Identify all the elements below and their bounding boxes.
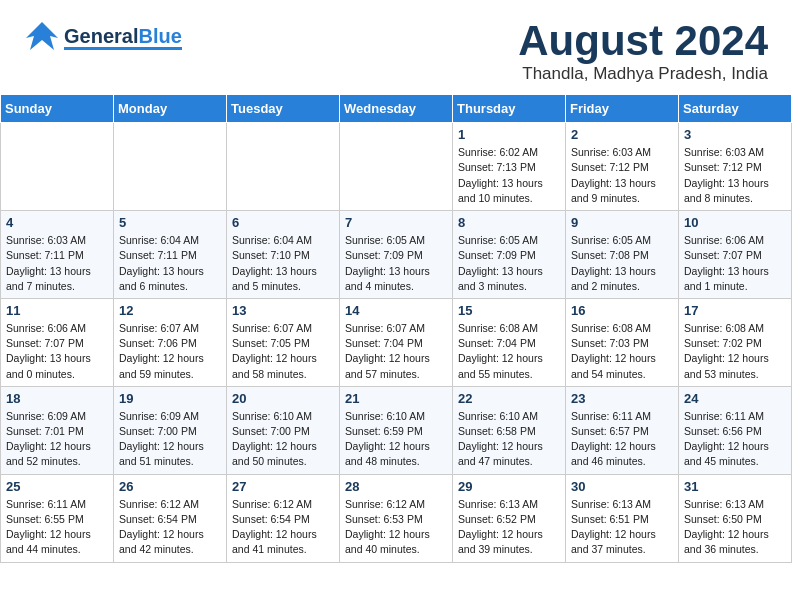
cell-info: Sunrise: 6:04 AM Sunset: 7:10 PM Dayligh… xyxy=(232,233,334,294)
day-number: 6 xyxy=(232,215,334,230)
weekday-tuesday: Tuesday xyxy=(227,95,340,123)
day-number: 5 xyxy=(119,215,221,230)
calendar-cell: 23Sunrise: 6:11 AM Sunset: 6:57 PM Dayli… xyxy=(566,386,679,474)
cell-info: Sunrise: 6:05 AM Sunset: 7:09 PM Dayligh… xyxy=(345,233,447,294)
cell-info: Sunrise: 6:08 AM Sunset: 7:02 PM Dayligh… xyxy=(684,321,786,382)
calendar-table: SundayMondayTuesdayWednesdayThursdayFrid… xyxy=(0,94,792,562)
title-block: August 2024 Thandla, Madhya Pradesh, Ind… xyxy=(518,18,768,84)
cell-info: Sunrise: 6:13 AM Sunset: 6:52 PM Dayligh… xyxy=(458,497,560,558)
cell-info: Sunrise: 6:12 AM Sunset: 6:53 PM Dayligh… xyxy=(345,497,447,558)
day-number: 25 xyxy=(6,479,108,494)
cell-info: Sunrise: 6:04 AM Sunset: 7:11 PM Dayligh… xyxy=(119,233,221,294)
calendar-cell: 14Sunrise: 6:07 AM Sunset: 7:04 PM Dayli… xyxy=(340,298,453,386)
day-number: 28 xyxy=(345,479,447,494)
cell-info: Sunrise: 6:02 AM Sunset: 7:13 PM Dayligh… xyxy=(458,145,560,206)
cell-info: Sunrise: 6:12 AM Sunset: 6:54 PM Dayligh… xyxy=(119,497,221,558)
cell-info: Sunrise: 6:05 AM Sunset: 7:08 PM Dayligh… xyxy=(571,233,673,294)
cell-info: Sunrise: 6:11 AM Sunset: 6:57 PM Dayligh… xyxy=(571,409,673,470)
day-number: 12 xyxy=(119,303,221,318)
calendar-cell: 12Sunrise: 6:07 AM Sunset: 7:06 PM Dayli… xyxy=(114,298,227,386)
day-number: 4 xyxy=(6,215,108,230)
day-number: 1 xyxy=(458,127,560,142)
calendar-cell: 26Sunrise: 6:12 AM Sunset: 6:54 PM Dayli… xyxy=(114,474,227,562)
day-number: 2 xyxy=(571,127,673,142)
calendar-cell: 4Sunrise: 6:03 AM Sunset: 7:11 PM Daylig… xyxy=(1,211,114,299)
calendar-cell: 19Sunrise: 6:09 AM Sunset: 7:00 PM Dayli… xyxy=(114,386,227,474)
calendar-cell: 25Sunrise: 6:11 AM Sunset: 6:55 PM Dayli… xyxy=(1,474,114,562)
cell-info: Sunrise: 6:10 AM Sunset: 6:58 PM Dayligh… xyxy=(458,409,560,470)
cell-info: Sunrise: 6:03 AM Sunset: 7:11 PM Dayligh… xyxy=(6,233,108,294)
logo-icon xyxy=(24,18,60,58)
day-number: 19 xyxy=(119,391,221,406)
cell-info: Sunrise: 6:03 AM Sunset: 7:12 PM Dayligh… xyxy=(684,145,786,206)
calendar-cell: 1Sunrise: 6:02 AM Sunset: 7:13 PM Daylig… xyxy=(453,123,566,211)
day-number: 10 xyxy=(684,215,786,230)
cell-info: Sunrise: 6:09 AM Sunset: 7:01 PM Dayligh… xyxy=(6,409,108,470)
page-header: General Blue August 2024 Thandla, Madhya… xyxy=(0,0,792,94)
day-number: 9 xyxy=(571,215,673,230)
calendar-cell: 6Sunrise: 6:04 AM Sunset: 7:10 PM Daylig… xyxy=(227,211,340,299)
calendar-cell: 16Sunrise: 6:08 AM Sunset: 7:03 PM Dayli… xyxy=(566,298,679,386)
cell-info: Sunrise: 6:13 AM Sunset: 6:51 PM Dayligh… xyxy=(571,497,673,558)
weekday-friday: Friday xyxy=(566,95,679,123)
cell-info: Sunrise: 6:07 AM Sunset: 7:06 PM Dayligh… xyxy=(119,321,221,382)
location-title: Thandla, Madhya Pradesh, India xyxy=(518,64,768,84)
day-number: 26 xyxy=(119,479,221,494)
day-number: 21 xyxy=(345,391,447,406)
cell-info: Sunrise: 6:07 AM Sunset: 7:05 PM Dayligh… xyxy=(232,321,334,382)
cell-info: Sunrise: 6:03 AM Sunset: 7:12 PM Dayligh… xyxy=(571,145,673,206)
calendar-cell: 2Sunrise: 6:03 AM Sunset: 7:12 PM Daylig… xyxy=(566,123,679,211)
calendar-cell: 20Sunrise: 6:10 AM Sunset: 7:00 PM Dayli… xyxy=(227,386,340,474)
day-number: 17 xyxy=(684,303,786,318)
cell-info: Sunrise: 6:11 AM Sunset: 6:56 PM Dayligh… xyxy=(684,409,786,470)
day-number: 23 xyxy=(571,391,673,406)
svg-marker-0 xyxy=(26,22,58,50)
weekday-sunday: Sunday xyxy=(1,95,114,123)
day-number: 20 xyxy=(232,391,334,406)
weekday-thursday: Thursday xyxy=(453,95,566,123)
day-number: 30 xyxy=(571,479,673,494)
calendar-cell xyxy=(340,123,453,211)
cell-info: Sunrise: 6:08 AM Sunset: 7:04 PM Dayligh… xyxy=(458,321,560,382)
calendar-cell: 7Sunrise: 6:05 AM Sunset: 7:09 PM Daylig… xyxy=(340,211,453,299)
week-row-4: 18Sunrise: 6:09 AM Sunset: 7:01 PM Dayli… xyxy=(1,386,792,474)
calendar-cell: 11Sunrise: 6:06 AM Sunset: 7:07 PM Dayli… xyxy=(1,298,114,386)
day-number: 29 xyxy=(458,479,560,494)
calendar-cell: 15Sunrise: 6:08 AM Sunset: 7:04 PM Dayli… xyxy=(453,298,566,386)
cell-info: Sunrise: 6:12 AM Sunset: 6:54 PM Dayligh… xyxy=(232,497,334,558)
day-number: 14 xyxy=(345,303,447,318)
calendar-cell: 27Sunrise: 6:12 AM Sunset: 6:54 PM Dayli… xyxy=(227,474,340,562)
day-number: 27 xyxy=(232,479,334,494)
logo: General Blue xyxy=(24,18,182,58)
weekday-monday: Monday xyxy=(114,95,227,123)
calendar-cell: 17Sunrise: 6:08 AM Sunset: 7:02 PM Dayli… xyxy=(679,298,792,386)
calendar-cell: 13Sunrise: 6:07 AM Sunset: 7:05 PM Dayli… xyxy=(227,298,340,386)
calendar-cell: 31Sunrise: 6:13 AM Sunset: 6:50 PM Dayli… xyxy=(679,474,792,562)
calendar-cell: 30Sunrise: 6:13 AM Sunset: 6:51 PM Dayli… xyxy=(566,474,679,562)
cell-info: Sunrise: 6:13 AM Sunset: 6:50 PM Dayligh… xyxy=(684,497,786,558)
day-number: 13 xyxy=(232,303,334,318)
day-number: 7 xyxy=(345,215,447,230)
week-row-5: 25Sunrise: 6:11 AM Sunset: 6:55 PM Dayli… xyxy=(1,474,792,562)
cell-info: Sunrise: 6:10 AM Sunset: 7:00 PM Dayligh… xyxy=(232,409,334,470)
logo-underline xyxy=(64,47,182,50)
day-number: 8 xyxy=(458,215,560,230)
weekday-wednesday: Wednesday xyxy=(340,95,453,123)
day-number: 16 xyxy=(571,303,673,318)
cell-info: Sunrise: 6:08 AM Sunset: 7:03 PM Dayligh… xyxy=(571,321,673,382)
cell-info: Sunrise: 6:11 AM Sunset: 6:55 PM Dayligh… xyxy=(6,497,108,558)
logo-blue: Blue xyxy=(138,26,181,46)
calendar-cell: 29Sunrise: 6:13 AM Sunset: 6:52 PM Dayli… xyxy=(453,474,566,562)
cell-info: Sunrise: 6:07 AM Sunset: 7:04 PM Dayligh… xyxy=(345,321,447,382)
calendar-cell: 21Sunrise: 6:10 AM Sunset: 6:59 PM Dayli… xyxy=(340,386,453,474)
weekday-header-row: SundayMondayTuesdayWednesdayThursdayFrid… xyxy=(1,95,792,123)
calendar-cell: 28Sunrise: 6:12 AM Sunset: 6:53 PM Dayli… xyxy=(340,474,453,562)
day-number: 18 xyxy=(6,391,108,406)
day-number: 22 xyxy=(458,391,560,406)
calendar-cell: 24Sunrise: 6:11 AM Sunset: 6:56 PM Dayli… xyxy=(679,386,792,474)
calendar-cell: 18Sunrise: 6:09 AM Sunset: 7:01 PM Dayli… xyxy=(1,386,114,474)
day-number: 31 xyxy=(684,479,786,494)
calendar-cell xyxy=(114,123,227,211)
day-number: 3 xyxy=(684,127,786,142)
logo-text-block: General Blue xyxy=(64,26,182,50)
